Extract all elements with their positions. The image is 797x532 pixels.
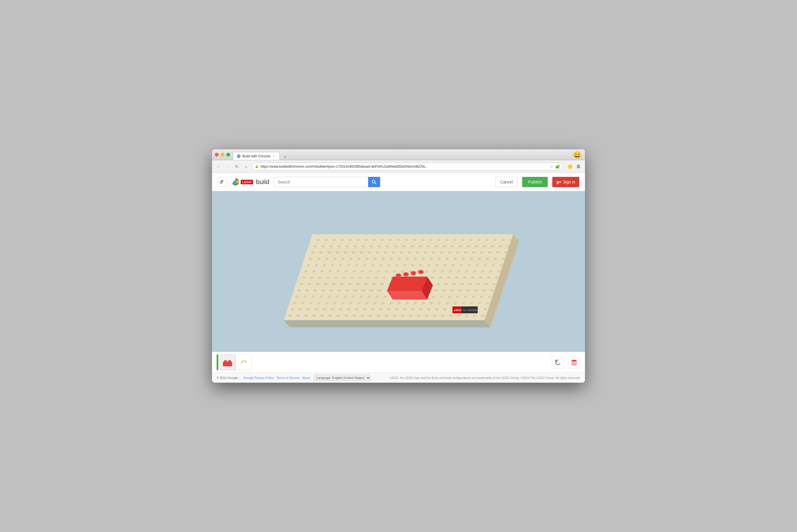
svg-point-22 bbox=[365, 239, 368, 241]
svg-point-44 bbox=[338, 245, 341, 247]
svg-point-288 bbox=[470, 302, 473, 304]
svg-point-211 bbox=[460, 283, 464, 285]
svg-point-163 bbox=[481, 270, 485, 272]
svg-point-59 bbox=[458, 245, 461, 247]
svg-point-164 bbox=[489, 270, 493, 272]
svg-point-26 bbox=[397, 239, 400, 241]
new-tab-button[interactable]: + bbox=[281, 154, 289, 160]
language-selector[interactable]: Language: English (United States) bbox=[314, 375, 371, 381]
svg-point-126 bbox=[387, 264, 391, 266]
svg-point-220 bbox=[330, 289, 333, 291]
svg-point-104 bbox=[413, 258, 417, 260]
svg-point-57 bbox=[442, 245, 446, 247]
svg-point-326 bbox=[369, 315, 372, 317]
svg-point-261 bbox=[456, 296, 459, 298]
svg-point-47 bbox=[362, 245, 365, 247]
svg-point-161 bbox=[465, 270, 469, 272]
svg-point-329 bbox=[393, 315, 396, 317]
rotate-slot[interactable] bbox=[236, 354, 252, 370]
close-window-button[interactable] bbox=[215, 153, 219, 156]
back-button[interactable]: ← bbox=[215, 163, 222, 170]
tab-bar: Build with Chrome × + bbox=[233, 149, 289, 160]
red-brick-thumbnail bbox=[222, 357, 233, 368]
svg-point-148 bbox=[361, 270, 364, 272]
publish-button[interactable]: Publish bbox=[522, 177, 548, 187]
search-input[interactable] bbox=[274, 177, 368, 187]
svg-point-76 bbox=[392, 251, 395, 254]
svg-point-303 bbox=[387, 308, 391, 310]
svg-point-209 bbox=[445, 283, 448, 285]
svg-point-333 bbox=[425, 315, 428, 317]
url-bar[interactable]: 🔒 https://www.buildwithchrome.com/m/buil… bbox=[252, 163, 563, 171]
svg-point-50 bbox=[386, 245, 389, 247]
main-canvas[interactable]: LEGO No. 8325950 bbox=[212, 191, 585, 352]
terms-of-service-link[interactable]: Terms of Service bbox=[276, 376, 300, 380]
svg-point-316 bbox=[288, 315, 292, 317]
svg-point-140 bbox=[500, 264, 503, 266]
svg-point-277 bbox=[381, 302, 385, 304]
svg-point-269 bbox=[317, 302, 321, 304]
svg-marker-362 bbox=[245, 361, 247, 363]
svg-point-359 bbox=[224, 360, 227, 362]
svg-point-36 bbox=[477, 239, 481, 241]
tab-close-button[interactable]: × bbox=[272, 154, 276, 158]
share-button[interactable] bbox=[218, 177, 227, 187]
delete-button[interactable] bbox=[568, 356, 580, 368]
undo-button[interactable] bbox=[552, 356, 564, 368]
reload-button[interactable]: ↻ bbox=[233, 163, 241, 170]
forward-button[interactable]: → bbox=[224, 163, 232, 170]
svg-point-246 bbox=[336, 296, 339, 298]
maximize-window-button[interactable] bbox=[227, 153, 230, 156]
svg-point-133 bbox=[443, 264, 447, 266]
lego-extension-button[interactable]: 🟡 bbox=[566, 163, 574, 170]
svg-point-85 bbox=[464, 251, 467, 254]
svg-point-75 bbox=[384, 251, 387, 254]
svg-point-159 bbox=[449, 270, 452, 272]
svg-point-114 bbox=[494, 258, 497, 260]
svg-point-196 bbox=[340, 283, 343, 285]
svg-point-327 bbox=[377, 315, 380, 317]
undo-icon bbox=[555, 359, 561, 366]
about-link[interactable]: About bbox=[302, 376, 310, 380]
svg-point-213 bbox=[476, 283, 480, 285]
svg-point-182 bbox=[431, 277, 434, 279]
lego-badge: LEGO bbox=[241, 180, 253, 184]
svg-point-272 bbox=[341, 302, 345, 304]
minimize-window-button[interactable] bbox=[221, 153, 224, 156]
svg-point-289 bbox=[478, 302, 481, 304]
svg-point-176 bbox=[382, 277, 386, 279]
svg-point-134 bbox=[451, 264, 455, 266]
svg-point-81 bbox=[432, 251, 435, 254]
svg-point-296 bbox=[331, 308, 334, 310]
svg-point-169 bbox=[326, 277, 330, 279]
svg-point-39 bbox=[501, 239, 505, 241]
svg-point-195 bbox=[332, 283, 336, 285]
address-bar: ← → ↻ ⌂ 🔒 https://www.buildwithchrome.co… bbox=[212, 160, 585, 173]
svg-point-200 bbox=[372, 283, 376, 285]
svg-point-302 bbox=[379, 308, 382, 310]
svg-point-128 bbox=[403, 264, 406, 266]
svg-point-287 bbox=[461, 302, 465, 304]
selected-brick-slot[interactable] bbox=[219, 354, 236, 370]
search-bar-container bbox=[274, 177, 380, 187]
svg-point-92 bbox=[317, 258, 321, 260]
traffic-lights bbox=[215, 153, 230, 156]
bookmark-icon[interactable]: ☆ bbox=[550, 164, 554, 169]
svg-point-38 bbox=[493, 239, 496, 241]
svg-point-279 bbox=[397, 302, 401, 304]
cancel-button[interactable]: Cancel bbox=[495, 177, 518, 187]
home-button[interactable]: ⌂ bbox=[242, 163, 250, 170]
signin-button[interactable]: g+ Sign in bbox=[552, 177, 579, 187]
svg-point-281 bbox=[413, 302, 417, 304]
chrome-menu-button[interactable]: ☰ bbox=[575, 163, 582, 170]
footer-copyright: © 2013 Google - bbox=[217, 376, 240, 380]
search-button[interactable] bbox=[368, 177, 380, 187]
svg-point-324 bbox=[352, 315, 356, 317]
browser-tab[interactable]: Build with Chrome × bbox=[233, 152, 280, 160]
svg-point-248 bbox=[351, 296, 355, 298]
privacy-policy-link[interactable]: Google Privacy Policy bbox=[243, 376, 274, 380]
svg-point-214 bbox=[485, 283, 488, 285]
svg-point-138 bbox=[484, 264, 487, 266]
svg-point-226 bbox=[378, 289, 381, 291]
extension-icon[interactable]: 🧩 bbox=[555, 164, 560, 169]
